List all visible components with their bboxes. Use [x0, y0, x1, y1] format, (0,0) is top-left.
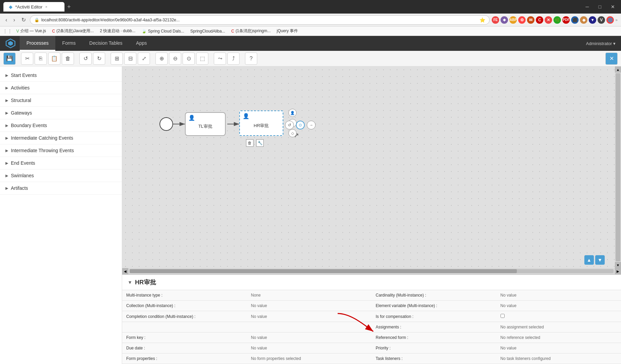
ext-icon-red2[interactable]: ✕	[545, 16, 552, 24]
apps-icon[interactable]: ⋮⋮	[3, 28, 12, 34]
bm-springcloud[interactable]: SpringCloudAliba...	[188, 28, 227, 34]
zoom-page-button[interactable]: ⬚	[196, 53, 208, 65]
align-left-button[interactable]: ⊟	[124, 53, 136, 65]
nav-processes[interactable]: Processes	[20, 36, 55, 51]
props-row-3: Assignments : No assignment selected	[122, 322, 621, 332]
ext-icon-dark[interactable]: ▼	[589, 16, 596, 24]
editor-toolbar: 💾 ✂ ⎘ 📋 🗑 ↺ ↻ ⊞ ⊟ ⤢ ⊕ ⊖ ⊙ ⬚ ⤳ ⤴ ? ✕	[0, 51, 621, 66]
bm-springcloud-label: SpringCloudAliba...	[190, 29, 225, 34]
cut-button[interactable]: ✂	[21, 53, 33, 65]
help-button[interactable]: ?	[245, 53, 257, 65]
undo-button[interactable]: ↺	[79, 53, 92, 65]
copy-button[interactable]: ⎘	[35, 53, 47, 65]
action-cycle-center[interactable]: ⊙	[296, 121, 305, 129]
canvas-up-btn[interactable]: ▲	[584, 255, 594, 265]
nav-apps[interactable]: Apps	[129, 36, 154, 51]
close-editor-button[interactable]: ✕	[605, 53, 618, 65]
delete-button[interactable]: 🗑	[62, 53, 74, 65]
action-user-icon[interactable]: 👤	[288, 109, 297, 117]
task-hr-label: HR审批	[254, 123, 269, 129]
bm-jquery[interactable]: jQuery 事件	[275, 27, 300, 35]
bm-vuejs[interactable]: V 介绍 — Vue.js	[14, 27, 48, 35]
task-tl[interactable]: 👤 TL审批	[185, 112, 226, 136]
tab-close-button[interactable]: ×	[45, 5, 47, 9]
connect-button[interactable]: ⤳	[214, 53, 226, 65]
browser-tab-active[interactable]: ◆ *Activiti Editor ×	[3, 2, 64, 12]
connect2-button[interactable]: ⤴	[227, 53, 240, 65]
ext-icon-globe[interactable]: 🌐	[606, 16, 614, 24]
sidebar-item-artifacts[interactable]: ▶ Artifacts	[0, 182, 122, 195]
bm-dubbo[interactable]: 2 快速启动 · dubb...	[98, 27, 137, 35]
ext-icon-abp[interactable]: ABP	[509, 16, 517, 24]
sidebar-item-intermediate-throwing[interactable]: ▶ Intermediate Throwing Events	[0, 144, 122, 157]
scrollbar-left-btn[interactable]: ◀	[122, 268, 128, 274]
ext-icon-dark2[interactable]: V	[598, 16, 605, 24]
ext-icon-purple[interactable]: ◆	[501, 16, 508, 24]
task-hr[interactable]: 👤 HR审批	[239, 110, 283, 136]
chevron-right-icon-3: ▶	[5, 98, 8, 103]
minimize-button[interactable]: ─	[583, 3, 592, 10]
sidebar-item-activities[interactable]: ▶ Activities	[0, 82, 122, 94]
back-button[interactable]: ‹	[3, 16, 9, 24]
scrollbar-thumb-h[interactable]	[130, 269, 517, 273]
action-cycle-left[interactable]: ↺	[285, 121, 294, 129]
sidebar-label-end-events: End Events	[11, 160, 35, 166]
sidebar-item-gateways[interactable]: ▶ Gateways	[0, 107, 122, 119]
ext-icon-pdf[interactable]: PDF	[562, 16, 570, 24]
horizontal-scrollbar[interactable]: ◀ ▶	[122, 268, 621, 274]
start-event[interactable]	[159, 117, 173, 131]
action-arrow-up-right[interactable]: ↗	[294, 132, 299, 139]
new-tab-button[interactable]: +	[67, 3, 71, 11]
scrollbar-down-btn[interactable]: ▼	[615, 262, 621, 268]
bm-java[interactable]: C (2条消息)Java使用...	[50, 27, 96, 35]
ext-icon-orange[interactable]: ✉	[527, 16, 534, 24]
ext-icon-fe[interactable]: FE	[492, 16, 499, 24]
sidebar-item-boundary-events[interactable]: ▶ Boundary Events	[0, 119, 122, 132]
nav-forms[interactable]: Forms	[55, 36, 82, 51]
props-label-2-1: Completion condition (Multi-instance) :	[122, 311, 247, 322]
ext-icon-green[interactable]: 🌿	[553, 16, 561, 24]
save-button[interactable]: 💾	[3, 53, 16, 65]
sidebar-item-start-events[interactable]: ▶ Start Events	[0, 69, 122, 82]
action-arrow-right[interactable]: →	[307, 121, 316, 129]
properties-table: Multi-instance type : None Cardinality (…	[122, 290, 621, 364]
scrollbar-up-btn[interactable]: ▲	[615, 66, 621, 73]
sidebar-item-end-events[interactable]: ▶ End Events	[0, 157, 122, 169]
maximize-button[interactable]: □	[596, 3, 604, 10]
user-menu[interactable]: Administrator ▾	[586, 41, 616, 46]
ext-icon-c[interactable]: C	[536, 16, 543, 24]
bm-spring[interactable]: 🍃 Spring Cloud Dals...	[139, 28, 186, 34]
align-center-button[interactable]: ⊞	[111, 53, 123, 65]
refresh-button[interactable]: ↻	[19, 15, 28, 24]
zoom-in-button[interactable]: ⊕	[155, 53, 168, 65]
ext-icon-blue[interactable]: ⬛	[571, 16, 579, 24]
sidebar-item-intermediate-catching[interactable]: ▶ Intermediate Catching Events	[0, 132, 122, 144]
sidebar-item-swimlanes[interactable]: ▶ Swimlanes	[0, 169, 122, 182]
extensions-more[interactable]: »	[615, 18, 618, 22]
redo-button[interactable]: ↻	[93, 53, 105, 65]
paste-button[interactable]: 📋	[48, 53, 60, 65]
close-button[interactable]: ✕	[608, 3, 618, 10]
props-collapse-btn[interactable]: ▼	[128, 280, 132, 285]
bm-springm[interactable]: C (1条消息)springm...	[229, 27, 272, 35]
nav-decision-tables[interactable]: Decision Tables	[82, 36, 129, 51]
forward-button[interactable]: ›	[11, 16, 17, 24]
props-label-4-1: Form key :	[122, 332, 247, 343]
browser-nav: ‹ › ↻ 🔒 localhost:8080/activiti-app/edit…	[0, 14, 621, 26]
ext-icon-brown[interactable]: ◆	[580, 16, 587, 24]
task-settings-btn[interactable]: 🔧	[256, 139, 264, 147]
vertical-scrollbar[interactable]: ▲ ▼	[615, 66, 621, 268]
morph-button[interactable]: ⤢	[138, 53, 150, 65]
scrollbar-right-btn[interactable]: ▶	[615, 268, 621, 274]
zoom-fit-button[interactable]: ⊙	[183, 53, 195, 65]
sidebar-item-structural[interactable]: ▶ Structural	[0, 94, 122, 107]
ext-icon-red[interactable]: ⚙	[518, 16, 526, 24]
bm-vuejs-icon: V	[16, 29, 19, 34]
task-delete-btn[interactable]: 🗑	[246, 139, 253, 147]
canvas-area[interactable]: 👤 TL审批 👤 HR审批 👤 ○ ◇ ↺ ⊙	[122, 66, 615, 268]
address-bar[interactable]: localhost:8080/activiti-app/editor/#/edi…	[41, 18, 478, 22]
zoom-out-button[interactable]: ⊖	[169, 53, 181, 65]
is-for-compensation-checkbox[interactable]	[501, 314, 505, 318]
canvas-down-btn[interactable]: ▼	[595, 255, 605, 265]
scrollbar-thumb-v[interactable]	[616, 73, 620, 261]
